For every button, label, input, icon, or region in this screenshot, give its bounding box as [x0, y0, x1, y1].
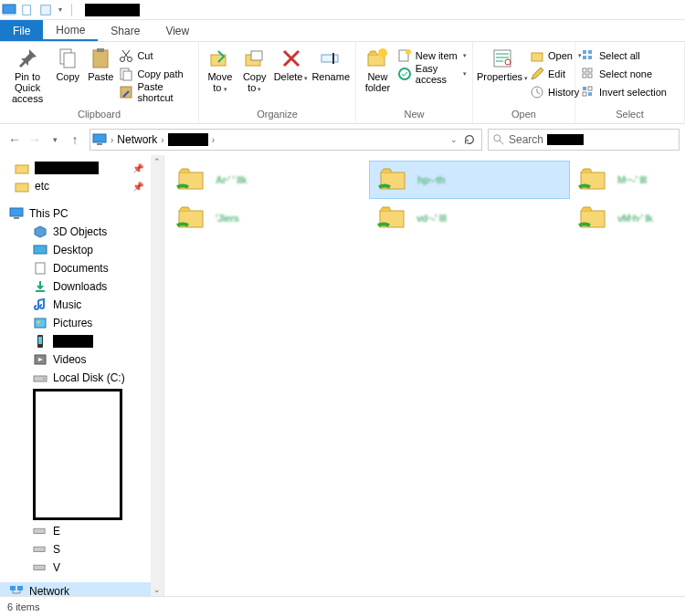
tree-item-videos[interactable]: Videos	[0, 350, 163, 369]
copy-button[interactable]: Copy	[53, 44, 82, 82]
ribbon-group-organize: Move to▾ Copy to▾ Delete▾ Rename Organiz…	[199, 42, 356, 123]
tree-item[interactable]: S	[0, 540, 163, 559]
svg-rect-1	[3, 14, 16, 16]
file-tile[interactable]: 'Jiers	[168, 199, 369, 237]
file-tile[interactable]: Ar·' ' lIk	[168, 161, 369, 199]
invert-selection-button[interactable]: Invert selection	[581, 84, 667, 100]
pin-to-quick-access-button[interactable]: Pin to Quick access	[5, 44, 49, 104]
svg-rect-43	[16, 183, 28, 192]
move-to-button[interactable]: Move to▾	[205, 44, 236, 95]
history-button[interactable]: History	[530, 84, 582, 100]
search-placeholder: Search	[509, 133, 543, 146]
tree-item-device[interactable]	[0, 332, 163, 350]
copy-to-button[interactable]: Copy to▾	[239, 44, 270, 95]
qat-item-icon[interactable]	[20, 3, 35, 17]
scroll-down-icon[interactable]: ⌄	[152, 583, 163, 596]
copy-to-icon	[244, 47, 266, 69]
qat-dropdown-icon[interactable]: ▾	[58, 5, 62, 14]
history-dropdown[interactable]: ▾	[46, 131, 64, 149]
edit-button[interactable]: Edit	[530, 66, 582, 82]
easy-access-button[interactable]: Easy access▾	[397, 66, 467, 82]
svg-rect-57	[34, 565, 45, 569]
tree-item-pictures[interactable]: Pictures	[0, 314, 163, 332]
scissors-icon	[119, 48, 133, 63]
address-bar[interactable]: › Network › › ⌄	[90, 129, 482, 151]
svg-rect-37	[583, 92, 586, 96]
file-tile[interactable]: hp·-·th	[369, 161, 570, 199]
group-label: Clipboard	[5, 107, 193, 123]
file-tile[interactable]: vd··-' lII	[369, 199, 570, 237]
paste-button[interactable]: Paste	[86, 44, 115, 82]
drive-icon	[33, 524, 47, 538]
breadcrumb-sep: ›	[161, 135, 163, 145]
rename-button[interactable]: Rename	[311, 44, 350, 82]
cut-button[interactable]: Cut	[119, 47, 193, 64]
shared-folder-icon	[175, 167, 208, 193]
pin-icon	[16, 47, 38, 69]
svg-rect-25	[532, 53, 543, 61]
svg-rect-0	[3, 5, 16, 14]
status-bar: 6 items	[0, 596, 685, 616]
refresh-button[interactable]	[463, 133, 476, 146]
select-none-button[interactable]: Select none	[581, 66, 667, 82]
select-all-button[interactable]: Select all	[581, 47, 667, 64]
tree-item-3d-objects[interactable]: 3D Objects	[0, 223, 163, 241]
move-to-icon	[209, 47, 231, 69]
file-label: 'Jiers	[216, 213, 238, 224]
address-dropdown-icon[interactable]: ⌄	[450, 135, 458, 144]
svg-point-49	[37, 321, 40, 324]
tree-scrollbar[interactable]: ⌃ ⌄	[151, 155, 163, 596]
svg-rect-11	[123, 71, 132, 80]
svg-point-9	[128, 57, 132, 62]
breadcrumb-network[interactable]: Network	[117, 133, 157, 146]
svg-rect-3	[41, 5, 51, 15]
tree-item[interactable]: 📌	[0, 159, 163, 177]
file-tile[interactable]: vM·h·' lk	[570, 199, 670, 237]
tree-item-desktop[interactable]: Desktop	[0, 241, 163, 259]
new-item-button[interactable]: New item▾	[397, 47, 467, 64]
file-tile[interactable]: M···-' lIl	[570, 161, 670, 199]
tree-item-etc[interactable]: etc 📌	[0, 177, 163, 195]
tab-file[interactable]: File	[0, 20, 43, 41]
tree-item-documents[interactable]: Documents	[0, 259, 163, 277]
tree-item-downloads[interactable]: Downloads	[0, 277, 163, 296]
tree-item-music[interactable]: Music	[0, 296, 163, 314]
tree-item[interactable]: E	[0, 522, 163, 540]
pc-icon	[92, 132, 107, 147]
back-button[interactable]: ←	[5, 131, 24, 149]
open-button[interactable]: Open▾	[530, 47, 582, 64]
tab-home[interactable]: Home	[43, 20, 98, 41]
tab-share[interactable]: Share	[98, 20, 153, 41]
ribbon-group-select: Select all Select none Invert selection …	[575, 42, 685, 123]
svg-rect-16	[321, 55, 338, 62]
qat-item-icon[interactable]	[38, 3, 53, 17]
svg-rect-55	[34, 528, 45, 533]
chevron-down-icon: ▾	[463, 70, 467, 78]
desktop-icon	[33, 243, 47, 257]
content-pane[interactable]: Ar·' ' lIk hp·-·th M···-' lIl 'Jiers vd·…	[164, 155, 685, 596]
navigation-tree[interactable]: 📌 etc 📌 This PC 3D Objects Desktop Docum…	[0, 155, 164, 596]
up-button[interactable]: ↑	[66, 131, 84, 149]
search-input[interactable]: Search	[488, 129, 680, 151]
tree-label-redacted	[53, 335, 93, 348]
easy-access-icon	[397, 67, 412, 81]
tree-item-this-pc[interactable]: This PC	[0, 204, 163, 223]
svg-rect-38	[588, 92, 592, 96]
delete-button[interactable]: Delete▾	[274, 44, 309, 84]
ribbon-group-new: New folder New item▾ Easy access▾ New	[356, 42, 473, 123]
breadcrumb-redacted[interactable]	[168, 133, 208, 146]
tab-view[interactable]: View	[153, 20, 202, 41]
svg-rect-5	[64, 53, 75, 68]
new-folder-button[interactable]: New folder	[362, 44, 394, 93]
network-icon	[9, 584, 24, 596]
svg-point-19	[378, 48, 387, 57]
forward-button[interactable]: →	[26, 131, 44, 149]
scroll-up-icon[interactable]: ⌃	[152, 155, 163, 168]
tree-item-local-disk[interactable]: Local Disk (C:)	[0, 369, 163, 387]
tree-item-network[interactable]: Network	[0, 582, 163, 596]
tree-item[interactable]: V	[0, 559, 163, 577]
copy-path-button[interactable]: Copy path	[119, 66, 193, 82]
properties-button[interactable]: Properties▾	[479, 44, 526, 84]
paste-shortcut-button[interactable]: Paste shortcut	[119, 84, 193, 100]
svg-rect-32	[588, 68, 592, 72]
